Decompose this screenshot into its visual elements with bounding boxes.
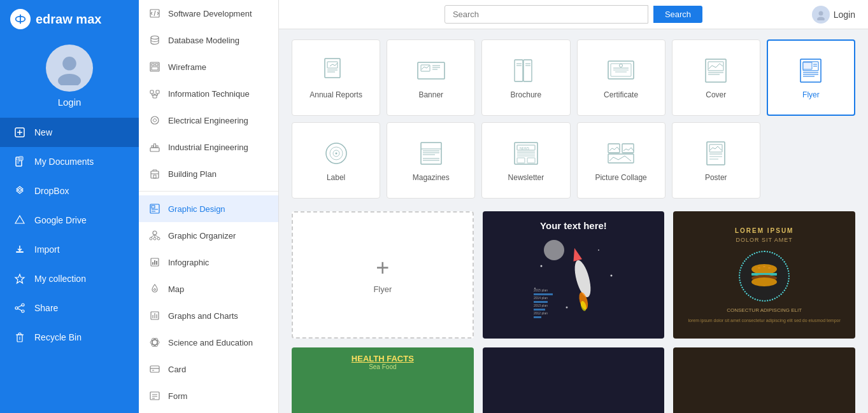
sidebar-google-drive-label: Google Drive — [34, 215, 87, 225]
sidebar-item-share[interactable]: Share — [0, 293, 139, 323]
preview-grid-row2: HEALTH FACTS Sea Food — [292, 347, 855, 413]
svg-text:2014 plan: 2014 plan — [534, 296, 548, 300]
middle-item-card[interactable]: Card — [139, 356, 278, 382]
sidebar: edraw max Login New — [0, 0, 139, 413]
sidebar-item-google-drive[interactable]: Google Drive — [0, 206, 139, 235]
middle-item-graphic-design[interactable]: Graphic Design — [139, 195, 278, 222]
svg-point-138 — [611, 275, 613, 277]
banner-label: Banner — [418, 90, 443, 99]
template-card-label[interactable]: Label — [292, 122, 380, 199]
share-icon — [13, 301, 27, 315]
template-card-picture-collage[interactable]: Picture Collage — [577, 122, 665, 199]
svg-rect-62 — [150, 366, 159, 372]
middle-building-label: Building Plan — [168, 169, 217, 179]
middle-item-info-tech[interactable]: Information Technique — [139, 80, 278, 107]
middle-item-building[interactable]: Building Plan — [139, 160, 278, 187]
svg-rect-148 — [534, 316, 541, 318]
preview-health-flyer[interactable]: HEALTH FACTS Sea Food — [292, 347, 474, 413]
template-card-banner[interactable]: Banner — [387, 39, 475, 116]
middle-graphic-organizer-label: Graphic Organizer — [168, 231, 236, 241]
certificate-label: Certificate — [604, 90, 638, 99]
svg-rect-32 — [152, 146, 153, 148]
preview-placeholder-2[interactable] — [483, 347, 665, 413]
svg-rect-50 — [152, 262, 153, 265]
middle-item-graphs-charts[interactable]: Graphs and Charts — [139, 302, 278, 329]
template-card-flyer[interactable]: Flyer — [767, 39, 855, 116]
sidebar-dropbox-label: DropBox — [34, 186, 69, 196]
template-card-poster[interactable]: Poster — [672, 122, 760, 199]
preview-placeholder-3[interactable] — [673, 347, 855, 413]
svg-point-136 — [541, 265, 543, 267]
svg-text:2015 plan: 2015 plan — [534, 288, 548, 292]
burger-title: LOREM IPSUM — [735, 227, 794, 234]
preview-blank-flyer[interactable]: + Flyer — [292, 211, 474, 339]
preview-grid: + Flyer Your text here! — [292, 211, 855, 339]
sidebar-item-my-collection[interactable]: My collection — [0, 264, 139, 293]
svg-line-16 — [18, 309, 22, 311]
building-icon — [148, 167, 162, 181]
template-section: Annual Reports Banner — [279, 29, 868, 413]
middle-item-graphic-organizer[interactable]: Graphic Organizer — [139, 222, 278, 249]
sidebar-item-recycle-bin[interactable]: Recycle Bin — [0, 323, 139, 352]
middle-item-infographic[interactable]: Infographic — [139, 249, 278, 276]
sidebar-item-new[interactable]: New — [0, 118, 139, 147]
avatar-container: Login — [46, 45, 93, 108]
svg-rect-121 — [517, 158, 525, 163]
middle-item-database[interactable]: Database Modeling — [139, 27, 278, 53]
sidebar-item-import[interactable]: Import — [0, 235, 139, 264]
svg-point-155 — [751, 277, 777, 286]
svg-rect-27 — [156, 90, 159, 94]
middle-card-label: Card — [168, 365, 186, 374]
cover-label: Cover — [706, 90, 726, 99]
template-card-newsletter[interactable]: NEWS Newsletter — [481, 122, 570, 199]
svg-point-53 — [154, 289, 156, 291]
svg-line-15 — [18, 305, 22, 307]
topbar: Search Login — [279, 0, 868, 29]
flyer-label: Flyer — [802, 90, 820, 99]
template-grid: Annual Reports Banner — [292, 39, 855, 199]
wave-area — [298, 374, 467, 413]
preview-space-flyer[interactable]: Your text here! — [483, 211, 665, 339]
middle-item-map[interactable]: Map — [139, 276, 278, 302]
middle-industrial-label: Industrial Engineering — [168, 143, 248, 152]
svg-point-45 — [157, 237, 160, 240]
avatar-label[interactable]: Login — [58, 97, 82, 108]
industrial-icon — [148, 140, 162, 154]
middle-item-industrial[interactable]: Industrial Engineering — [139, 134, 278, 160]
middle-item-science[interactable]: Science and Education — [139, 329, 278, 356]
svg-point-12 — [22, 304, 24, 306]
middle-item-software-dev[interactable]: Software Development — [139, 0, 278, 27]
search-button[interactable]: Search — [653, 6, 702, 23]
svg-rect-37 — [153, 175, 156, 178]
sidebar-share-label: Share — [34, 303, 58, 313]
app-logo: edraw max — [0, 0, 139, 38]
template-card-certificate[interactable]: Certificate — [577, 39, 665, 116]
sidebar-new-label: New — [34, 127, 52, 137]
svg-rect-103 — [803, 62, 812, 69]
sidebar-item-dropbox[interactable]: DropBox — [0, 176, 139, 206]
template-card-annual-reports[interactable]: Annual Reports — [292, 39, 380, 116]
magazines-icon — [414, 139, 448, 168]
picture-collage-icon — [604, 139, 638, 168]
health-title: HEALTH FACTS — [352, 354, 414, 363]
middle-electrical-label: Electrical Engineering — [168, 116, 248, 125]
template-card-brochure[interactable]: Brochure — [481, 39, 570, 116]
sidebar-import-label: Import — [34, 244, 60, 255]
preview-burger-flyer[interactable]: LOREM IPSUM DOLOR SIT AMET — [673, 211, 855, 339]
svg-rect-80 — [515, 60, 523, 81]
middle-item-electrical[interactable]: Electrical Engineering — [139, 107, 278, 134]
svg-point-149 — [751, 264, 777, 274]
svg-rect-24 — [155, 64, 158, 66]
search-input[interactable] — [445, 5, 648, 24]
login-label[interactable]: Login — [834, 10, 855, 20]
template-card-magazines[interactable]: Magazines — [387, 122, 475, 199]
sidebar-item-my-documents[interactable]: My Documents — [0, 147, 139, 176]
middle-item-wireframe[interactable]: Wireframe — [139, 53, 278, 80]
svg-rect-55 — [152, 315, 153, 318]
electrical-icon — [148, 113, 162, 127]
my-collection-icon — [13, 272, 27, 286]
brochure-label: Brochure — [511, 90, 542, 99]
template-card-cover[interactable]: Cover — [672, 39, 760, 116]
middle-software-dev-label: Software Development — [168, 9, 252, 18]
middle-item-form[interactable]: Form — [139, 382, 278, 409]
